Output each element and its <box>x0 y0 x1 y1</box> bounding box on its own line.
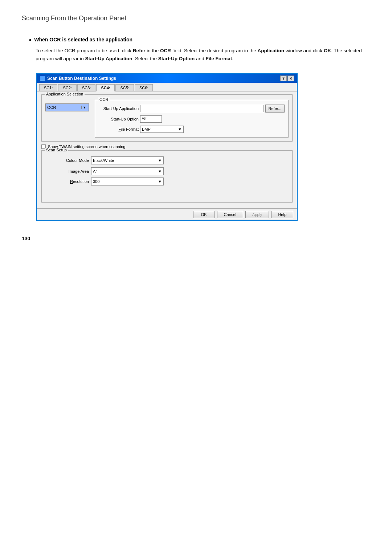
resolution-dropdown[interactable]: 300 ▼ <box>91 177 164 185</box>
section-heading: When OCR is selected as the application <box>34 37 132 42</box>
apply-button[interactable]: Apply <box>245 211 269 218</box>
tab-sc6[interactable]: SC6: <box>135 84 153 91</box>
page-number: 130 <box>22 236 370 241</box>
file-format-label: File Format <box>99 127 139 131</box>
ocr-group-title: OCR <box>98 97 110 102</box>
application-dropdown[interactable]: OCR ▼ <box>45 103 89 111</box>
dialog-titlebar: Scan Button Destination Settings ? ✕ <box>37 74 297 83</box>
dialog-tabs: SC1: SC2: SC3: SC4: SC5: SC6: <box>37 83 297 91</box>
bullet-point: • <box>29 37 31 43</box>
startup-application-label: Start-Up Application <box>99 106 139 111</box>
tab-sc4[interactable]: SC4: <box>96 84 115 91</box>
show-twain-row: Show TWAIN setting screen when scanning <box>41 144 293 149</box>
cancel-button[interactable]: Cancel <box>217 211 243 218</box>
scan-button-destination-dialog: Scan Button Destination Settings ? ✕ SC1… <box>36 73 298 221</box>
refer-button[interactable]: Refer... <box>265 105 285 113</box>
resolution-label: Resolution <box>45 179 89 184</box>
dialog-title: Scan Button Destination Settings <box>47 76 116 81</box>
colour-mode-dropdown[interactable]: Black/White ▼ <box>91 156 164 164</box>
scan-setup-group: Scan Setup Colour Mode Black/White ▼ <box>41 150 293 203</box>
section-body: To select the OCR program to be used, cl… <box>36 47 370 62</box>
tab-sc5[interactable]: SC5: <box>115 84 134 91</box>
ok-button[interactable]: OK <box>193 211 215 218</box>
startup-option-label: SStart-Up Optiontart-Up Option <box>99 117 139 121</box>
tab-sc3[interactable]: SC3: <box>77 84 95 91</box>
tab-sc2[interactable]: SC2: <box>58 84 76 91</box>
application-selection-title: Application Selection <box>45 92 85 96</box>
help-button[interactable]: Help <box>271 211 293 218</box>
scan-setup-title: Scan Setup <box>45 148 68 152</box>
colour-mode-label: Colour Mode <box>45 158 89 163</box>
application-selection-group: Application Selection OCR ▼ <box>41 94 293 142</box>
file-format-dropdown[interactable]: BMP ▼ <box>140 126 184 133</box>
startup-option-input[interactable]: %f <box>140 115 162 123</box>
image-area-label: Image Area <box>45 169 89 174</box>
close-titlebar-button[interactable]: ✕ <box>287 76 294 81</box>
startup-application-input[interactable] <box>140 105 264 112</box>
dialog-footer: OK Cancel Apply Help <box>37 208 297 220</box>
page-title: Scanning From the Operation Panel <box>22 15 370 22</box>
image-area-dropdown[interactable]: A4 ▼ <box>91 167 164 175</box>
dialog-icon <box>40 76 45 81</box>
help-titlebar-button[interactable]: ? <box>280 76 287 81</box>
tab-sc1[interactable]: SC1: <box>39 84 57 91</box>
